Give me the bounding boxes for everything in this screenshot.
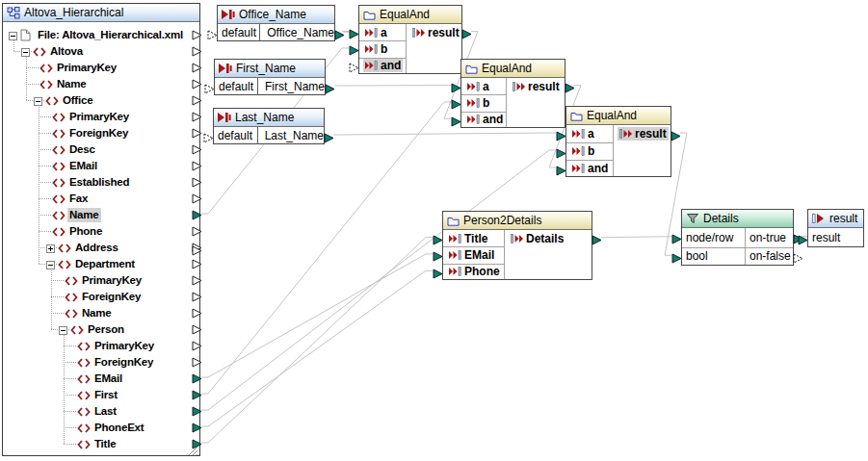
- function-input-row[interactable]: Phone: [443, 264, 504, 280]
- function-person2details[interactable]: Person2DetailsTitleEMailPhoneDetails: [442, 211, 592, 280]
- tree-output-connector[interactable]: [192, 161, 202, 171]
- function-equaland-2[interactable]: EqualAndabandresult: [460, 59, 566, 128]
- connection-wire[interactable]: [201, 150, 556, 410]
- default-cell[interactable]: default: [214, 127, 258, 144]
- result-input-connector[interactable]: [798, 232, 808, 243]
- tree-item-primarykey[interactable]: PrimaryKey: [3, 338, 199, 354]
- function-input-row[interactable]: a: [359, 24, 406, 40]
- function-input-row[interactable]: and: [566, 160, 613, 177]
- value-cell[interactable]: First_Name: [261, 78, 325, 95]
- input-connector[interactable]: [451, 80, 461, 90]
- tree-output-connector[interactable]: [192, 373, 202, 384]
- collapse-icon[interactable]: [59, 325, 67, 334]
- value-cell[interactable]: Office_Name: [263, 24, 334, 41]
- tree-output-connector[interactable]: [192, 275, 202, 286]
- filter-right-row[interactable]: on-false: [746, 247, 793, 267]
- tree-output-connector[interactable]: [192, 439, 202, 449]
- tree-output-connector[interactable]: [192, 144, 202, 155]
- function-input-row[interactable]: and: [461, 112, 506, 128]
- tree-output-connector[interactable]: [192, 243, 202, 253]
- input-connector[interactable]: [556, 163, 566, 173]
- input-connector[interactable]: [433, 232, 443, 243]
- function-input-row[interactable]: Title: [443, 230, 504, 246]
- component-header[interactable]: Last_Name: [214, 109, 324, 127]
- output-result[interactable]: resultresult: [807, 209, 864, 247]
- function-output-row[interactable]: result: [507, 78, 565, 94]
- output-body-row[interactable]: result: [808, 228, 863, 247]
- collapse-icon[interactable]: [46, 260, 55, 269]
- tree-item-foreignkey[interactable]: ForeignKey: [3, 354, 199, 371]
- tree-item-altova[interactable]: Altova: [3, 43, 199, 60]
- output-connector[interactable]: [565, 80, 575, 90]
- collapse-icon[interactable]: [21, 47, 30, 56]
- default-cell[interactable]: default: [215, 78, 258, 95]
- function-equaland-3[interactable]: EqualAndabandresult: [566, 106, 671, 177]
- output-connector[interactable]: [461, 26, 472, 37]
- tree-item-primarykey[interactable]: PrimaryKey: [3, 272, 199, 289]
- function-input-row[interactable]: a: [461, 78, 506, 94]
- tree-output-connector[interactable]: [192, 95, 202, 106]
- value-cell[interactable]: Last_Name: [261, 127, 324, 144]
- collapse-icon[interactable]: [9, 31, 17, 39]
- tree-output-connector[interactable]: [192, 210, 202, 220]
- tree-item-title[interactable]: Title: [3, 436, 199, 452]
- tree-item-email[interactable]: EMail: [3, 371, 199, 387]
- default-input-connector[interactable]: [204, 81, 215, 91]
- tree-item-phoneext[interactable]: PhoneExt: [3, 420, 199, 436]
- function-output-row[interactable]: result: [407, 24, 461, 40]
- tree-item-phone[interactable]: Phone: [3, 223, 199, 240]
- input-connector[interactable]: [349, 60, 359, 70]
- tree-item-desc[interactable]: Desc: [3, 141, 199, 158]
- tree-output-connector[interactable]: [192, 341, 202, 351]
- tree-output-connector[interactable]: [192, 406, 202, 417]
- tree-item-first[interactable]: First: [3, 387, 199, 403]
- filter-details[interactable]: Detailsnode/rowon-trueboolon-false: [681, 209, 794, 266]
- tree-item-file-altova-hierarchical-xml[interactable]: File: Altova_Hierarchical.xml: [3, 27, 199, 43]
- value-output-connector[interactable]: [334, 27, 345, 38]
- input-connector[interactable]: [451, 114, 461, 124]
- tree-item-address[interactable]: Address: [3, 240, 199, 256]
- tree-item-primarykey[interactable]: PrimaryKey: [3, 60, 199, 76]
- tree-item-department[interactable]: Department: [3, 256, 199, 272]
- input-connector[interactable]: [451, 96, 461, 107]
- tree-item-established[interactable]: Established: [3, 174, 199, 191]
- tree-item-fax[interactable]: Fax: [3, 191, 199, 207]
- tree-item-name[interactable]: Name: [3, 76, 199, 92]
- tree-item-office[interactable]: Office: [3, 92, 199, 109]
- expand-icon[interactable]: [46, 243, 55, 252]
- collapse-icon[interactable]: [34, 96, 42, 105]
- function-input-row[interactable]: b: [461, 94, 506, 111]
- value-output-connector[interactable]: [325, 81, 335, 91]
- source-tree-component[interactable]: Altova_HierarchicalFile: Altova_Hierarch…: [2, 3, 200, 456]
- tree-item-name[interactable]: Name: [3, 305, 199, 321]
- constant-last-name[interactable]: Last_NamedefaultLast_Name: [213, 108, 325, 144]
- tree-output-connector[interactable]: [192, 357, 202, 368]
- tree-output-connector[interactable]: [192, 423, 202, 433]
- tree-output-connector[interactable]: [192, 226, 202, 237]
- tree-output-connector[interactable]: [192, 30, 202, 40]
- default-input-connector[interactable]: [203, 130, 214, 141]
- function-equaland-1[interactable]: EqualAndabandresult: [358, 5, 462, 74]
- tree-output-connector[interactable]: [192, 177, 202, 188]
- component-header[interactable]: EqualAnd: [359, 6, 461, 24]
- tree-item-primarykey[interactable]: PrimaryKey: [3, 109, 199, 125]
- filter-output-connector[interactable]: [793, 250, 803, 261]
- tree-item-foreignkey[interactable]: ForeignKey: [3, 289, 199, 305]
- tree-output-connector[interactable]: [192, 324, 202, 335]
- tree-item-foreignkey[interactable]: ForeignKey: [3, 125, 199, 141]
- input-connector[interactable]: [433, 248, 443, 259]
- tree-output-connector[interactable]: [192, 112, 202, 122]
- tree-output-connector[interactable]: [192, 63, 202, 73]
- input-connector[interactable]: [349, 26, 359, 37]
- tree-item-last[interactable]: Last: [3, 403, 199, 420]
- connection-wire[interactable]: [201, 102, 451, 394]
- component-header[interactable]: Person2Details: [443, 212, 592, 230]
- default-input-connector[interactable]: [207, 27, 218, 38]
- constant-office-name[interactable]: Office_NamedefaultOffice_Name: [217, 5, 335, 41]
- component-header[interactable]: result: [808, 210, 863, 228]
- constant-first-name[interactable]: First_NamedefaultFirst_Name: [214, 59, 326, 95]
- input-connector[interactable]: [433, 266, 443, 276]
- tree-output-connector[interactable]: [192, 390, 202, 400]
- filter-input-connector[interactable]: [671, 231, 682, 242]
- tree-output-connector[interactable]: [192, 79, 202, 90]
